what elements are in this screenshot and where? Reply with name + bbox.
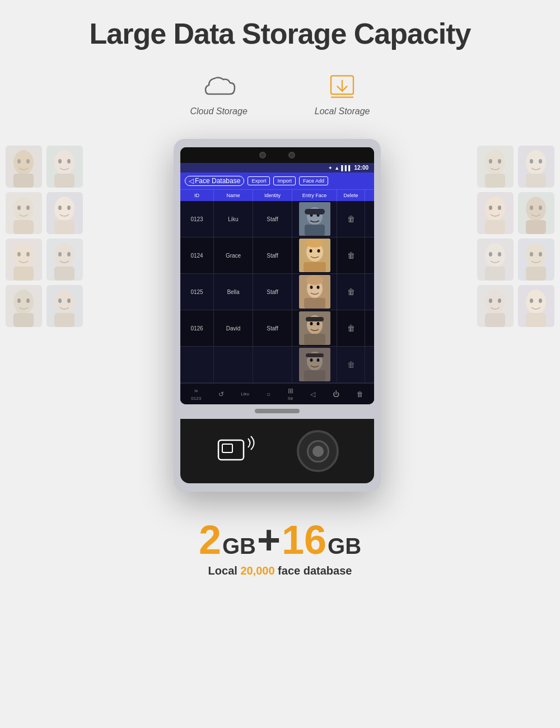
svg-rect-112 — [306, 353, 324, 357]
nav-item[interactable]: ⏻ — [333, 390, 339, 398]
status-time: 12:00 — [354, 165, 368, 171]
wifi-icon: ▲ — [334, 165, 339, 171]
table-row: 0126 David Staff 🗑 — [180, 310, 374, 347]
nav-item[interactable]: ↺ — [218, 390, 224, 398]
cell-identity: Staff — [253, 274, 292, 310]
ram-value: 2 — [199, 520, 221, 560]
local-storage-label: Local Storage — [315, 106, 370, 116]
cell-name: Bella — [214, 274, 253, 310]
header-title: Face Database — [195, 177, 240, 185]
nav-label: 0123 — [191, 396, 201, 401]
nav-item[interactable]: ≈ 0123 — [191, 387, 201, 401]
cell-identity: Staff — [253, 201, 292, 237]
trash-icon: 🗑 — [347, 324, 355, 333]
nav-item[interactable]: Liku — [241, 391, 249, 396]
svg-rect-106 — [306, 317, 324, 321]
page-title: Large Data Storage Capacity — [89, 17, 470, 50]
cell-face — [292, 310, 337, 346]
cell-name: Liku — [214, 201, 253, 237]
main-content: Large Data Storage Capacity Cloud Storag… — [0, 0, 560, 577]
nav-label: Str — [288, 396, 293, 401]
svg-rect-91 — [304, 262, 326, 272]
back-button[interactable]: ◁ Face Database — [185, 176, 244, 186]
nav-icon: ⊞ — [288, 387, 293, 395]
nav-item[interactable]: ○ — [267, 390, 270, 398]
cell-identity: Staff — [253, 310, 292, 346]
cell-name — [214, 347, 253, 382]
import-button[interactable]: Import — [273, 176, 296, 185]
svg-point-104 — [310, 322, 312, 325]
nav-icon: ⏻ — [333, 390, 339, 398]
cell-face — [292, 347, 337, 382]
svg-rect-85 — [305, 225, 325, 236]
cell-delete[interactable]: 🗑 — [337, 310, 365, 346]
svg-rect-97 — [304, 298, 325, 309]
col-delete: Delete — [337, 190, 365, 201]
nav-item[interactable]: ⊞ Str — [288, 387, 293, 401]
nav-icon: ◁ — [310, 390, 315, 398]
export-button[interactable]: Export — [248, 176, 270, 185]
app-screen: ✦ ▲ ▌▌▌ 12:00 ◁ Face Database Export — [180, 163, 374, 404]
storage-value: 16 — [282, 520, 326, 560]
col-entry-face: Entry Face — [292, 190, 337, 201]
svg-point-94 — [306, 239, 324, 248]
cell-delete[interactable]: 🗑 — [337, 274, 365, 310]
table-row: 0123 Liku Staff 🗑 — [180, 201, 374, 237]
nav-icon: Liku — [241, 391, 249, 396]
cell-delete[interactable]: 🗑 — [337, 347, 365, 382]
signal-icon: ▌▌▌ — [341, 165, 352, 171]
nav-item[interactable]: ◁ — [310, 390, 315, 398]
bottom-nav: ≈ 0123 ↺ Liku ○ ⊞ — [180, 383, 374, 404]
cell-identity — [253, 347, 292, 382]
camera-inner — [312, 446, 324, 457]
face-add-button[interactable]: Face Add — [299, 176, 328, 185]
local-storage-item: Local Storage — [315, 73, 370, 116]
cell-delete[interactable]: 🗑 — [337, 201, 365, 237]
svg-rect-114 — [222, 444, 232, 452]
cloud-storage-item: Cloud Storage — [190, 73, 247, 116]
back-arrow: ◁ — [189, 177, 194, 185]
face-image-3 — [299, 275, 330, 309]
description-prefix: Local — [208, 564, 241, 577]
bottom-module — [180, 419, 374, 483]
trash-icon: 🗑 — [347, 251, 355, 260]
cell-name: Grace — [214, 237, 253, 273]
cell-face — [292, 201, 337, 237]
col-name: Name — [214, 190, 253, 201]
app-header: ◁ Face Database Export Import Face Add — [180, 172, 374, 189]
cloud-icon — [202, 73, 236, 101]
camera-module — [297, 430, 339, 472]
svg-point-111 — [316, 358, 319, 362]
stats-section: 2 GB + 16 GB Local 20,000 face database — [199, 520, 361, 577]
svg-point-100 — [306, 275, 323, 285]
face-image-5 — [299, 348, 330, 381]
svg-point-92 — [309, 249, 312, 253]
download-icon — [325, 73, 359, 101]
camera-lens — [307, 440, 329, 463]
table-row: 🗑 — [180, 347, 374, 383]
home-button[interactable] — [255, 409, 300, 413]
description-suffix: face database — [275, 564, 352, 577]
camera-dot-left — [259, 152, 266, 158]
status-bar: ✦ ▲ ▌▌▌ 12:00 — [180, 163, 374, 172]
cell-face — [292, 274, 337, 310]
col-identity: Identity — [253, 190, 292, 201]
device-body: ✦ ▲ ▌▌▌ 12:00 ◁ Face Database Export — [174, 139, 381, 492]
storage-icons-row: Cloud Storage Local Storage — [190, 73, 370, 116]
col-id: ID — [180, 190, 214, 201]
cell-id: 0124 — [180, 237, 214, 273]
svg-point-105 — [316, 322, 319, 325]
face-count-number: 20,000 — [240, 564, 274, 577]
table-header: ID Name Identity Entry Face Delete — [180, 189, 374, 201]
cell-name: David — [214, 310, 253, 346]
svg-point-93 — [317, 249, 320, 253]
cell-id: 0126 — [180, 310, 214, 346]
nav-item[interactable]: 🗑 — [357, 390, 363, 398]
cell-delete[interactable]: 🗑 — [337, 237, 365, 273]
device-wrapper: ✦ ▲ ▌▌▌ 12:00 ◁ Face Database Export — [174, 139, 386, 492]
device-screen: ✦ ▲ ▌▌▌ 12:00 ◁ Face Database Export — [180, 147, 374, 404]
trash-icon: 🗑 — [347, 214, 355, 223]
cell-face — [292, 237, 337, 273]
svg-rect-109 — [304, 370, 325, 381]
table-row: 0124 Grace Staff 🗑 — [180, 237, 374, 274]
